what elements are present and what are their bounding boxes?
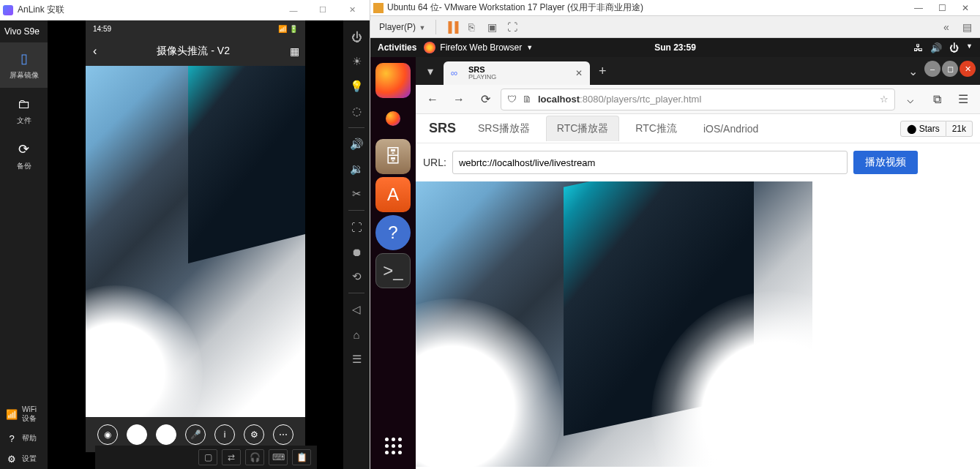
play-video-button[interactable]: 播放视频 xyxy=(853,151,918,174)
url-text: localhost:8080/players/rtc_player.html xyxy=(538,94,874,105)
close-button[interactable]: ✕ xyxy=(337,0,367,20)
tabs-dropdown-icon[interactable]: ⌄ xyxy=(902,61,923,81)
power-icon[interactable]: ⏻ xyxy=(949,42,959,53)
new-tab-button[interactable]: + xyxy=(593,64,613,79)
nav-back-button[interactable]: ← xyxy=(422,89,444,110)
dock-terminal[interactable]: >_ xyxy=(375,253,411,288)
github-stars-badge[interactable]: ⬤Stars 21k xyxy=(900,121,973,137)
dock-help[interactable]: ? xyxy=(375,215,411,250)
window-close-button[interactable]: ✕ xyxy=(960,61,976,77)
player-menu[interactable]: Player(P) ▼ xyxy=(375,20,430,34)
tab-srs[interactable]: ∞ SRS PLAYING ✕ xyxy=(444,61,590,85)
sidebar-toggle-button[interactable]: ▤ xyxy=(958,18,976,36)
sidebar-item-backup[interactable]: ⟳ 备份 xyxy=(0,133,48,179)
tab-srs-player[interactable]: SRS播放器 xyxy=(468,116,540,141)
fullscreen-button[interactable]: ⛶ xyxy=(504,18,521,36)
dock-software[interactable]: A xyxy=(375,177,411,212)
tip-icon[interactable]: 💡 xyxy=(346,76,367,97)
wifi-icon: 📶 xyxy=(6,409,18,421)
minimize-button[interactable]: — xyxy=(907,0,930,16)
maximize-button[interactable]: ☐ xyxy=(308,0,337,20)
phone-time: 14:59 xyxy=(93,25,111,33)
power-icon[interactable]: ⏻ xyxy=(346,26,367,47)
send-ctrl-alt-del-button[interactable]: ⎘ xyxy=(463,18,480,36)
unity-button[interactable]: ▣ xyxy=(483,18,501,36)
connection-button[interactable]: ⇄ xyxy=(222,449,241,465)
rotate-icon[interactable]: ⟲ xyxy=(346,266,367,287)
camera-toggle-button[interactable] xyxy=(127,424,147,445)
record-button[interactable]: ◉ xyxy=(97,424,118,445)
capture-button[interactable] xyxy=(156,424,176,445)
anlink-titlebar: AnLink 安联 — ☐ ✕ xyxy=(0,0,370,20)
dock-show-apps[interactable] xyxy=(375,428,411,463)
sidebar-item-help[interactable]: ? 帮助 xyxy=(0,428,48,449)
active-app-indicator[interactable]: Firefox Web Browser ▼ xyxy=(424,42,533,53)
maximize-button[interactable]: ☐ xyxy=(930,0,954,16)
lightbulb-off-icon[interactable]: ◌ xyxy=(346,101,367,121)
window-minimize-button[interactable]: – xyxy=(924,61,940,77)
nav-forward-button[interactable]: → xyxy=(448,89,470,110)
volume-icon[interactable]: 🔊 xyxy=(930,42,942,53)
srs-video-player[interactable] xyxy=(416,181,812,467)
hamburger-menu-icon[interactable]: ☰ xyxy=(952,89,974,110)
minimize-button[interactable]: — xyxy=(279,0,308,20)
brightness-icon[interactable]: ☀ xyxy=(346,51,367,72)
sidebar-item-mirror[interactable]: ▯ 屏幕镜像 xyxy=(0,42,48,88)
volume-up-icon[interactable]: 🔊 xyxy=(346,134,367,154)
phone-frame[interactable]: 14:59 📶 🔋 ‹ 摄像头推流 - V2 ▦ ◉ 🎤 xyxy=(86,20,305,452)
vmware-window: Ubuntu 64 位- VMware Workstation 17 Playe… xyxy=(370,0,980,469)
dock-firefox-2[interactable] xyxy=(375,101,411,136)
url-bar[interactable]: 🛡 🗎 localhost:8080/players/rtc_player.ht… xyxy=(501,89,895,110)
microphone-button[interactable]: 🎤 xyxy=(185,424,206,445)
srs-brand[interactable]: SRS xyxy=(423,121,462,136)
chevrons-icon[interactable]: « xyxy=(938,18,955,36)
window-maximize-button[interactable]: ◻ xyxy=(942,61,958,77)
settings-button[interactable]: ⚙ xyxy=(244,424,264,445)
more-button[interactable]: ⋯ xyxy=(273,424,293,445)
dock-firefox[interactable] xyxy=(375,63,411,98)
sidebar-item-settings[interactable]: ⚙ 设置 xyxy=(0,449,48,469)
activities-button[interactable]: Activities xyxy=(378,42,416,53)
anlink-bottom-toolbar: ▢ ⇄ 🎧 ⌨ 📋 xyxy=(95,446,317,469)
audio-button[interactable]: 🎧 xyxy=(245,449,264,465)
video-dark-region xyxy=(188,66,305,263)
github-icon: ⬤ xyxy=(907,124,916,134)
tab-rtc-push[interactable]: RTC推流 xyxy=(625,116,687,141)
pause-vm-button[interactable]: ▐▐ xyxy=(442,18,460,36)
sidebar-item-wifi[interactable]: 📶 WiFi设备 xyxy=(0,401,48,428)
device-label[interactable]: Vivo S9e xyxy=(0,20,48,42)
video-light-icon xyxy=(86,285,203,417)
crop-icon[interactable]: ⛶ xyxy=(346,217,367,237)
stream-url-input[interactable] xyxy=(452,151,848,174)
pocket-icon[interactable]: ⌵ xyxy=(899,89,921,110)
tab-rtc-player[interactable]: RTC播放器 xyxy=(546,116,620,141)
system-tray[interactable]: 🖧 🔊 ⏻ ▼ xyxy=(913,42,973,53)
nav-reload-button[interactable]: ⟳ xyxy=(474,89,496,110)
tab-ios-android[interactable]: iOS/Andriod xyxy=(693,117,768,140)
network-icon[interactable]: 🖧 xyxy=(913,42,923,53)
phone-camera-feed xyxy=(86,66,305,417)
qr-icon[interactable]: ▦ xyxy=(290,45,298,57)
dock-files[interactable]: 🗄 xyxy=(375,139,411,174)
keyboard-button[interactable]: ⌨ xyxy=(269,449,288,465)
site-info-icon[interactable]: 🗎 xyxy=(523,94,532,105)
volume-down-icon[interactable]: 🔉 xyxy=(346,159,367,179)
shield-icon[interactable]: 🛡 xyxy=(507,94,517,105)
info-button[interactable]: i xyxy=(214,424,235,445)
window-mode-button[interactable]: ▢ xyxy=(198,449,217,465)
bookmark-star-icon[interactable]: ☆ xyxy=(880,94,889,105)
sidebar-item-files[interactable]: 🗀 文件 xyxy=(0,88,48,133)
firefox-window: ▾ ∞ SRS PLAYING ✕ + ⌄ – ◻ ✕ xyxy=(416,57,980,469)
back-icon[interactable]: ‹ xyxy=(93,45,97,58)
tab-history-button[interactable]: ▾ xyxy=(420,61,441,81)
android-back-icon[interactable]: ◁ xyxy=(346,299,367,320)
clock[interactable]: Sun 23:59 xyxy=(654,42,696,53)
clipboard-button[interactable]: 📋 xyxy=(292,449,311,465)
tab-close-icon[interactable]: ✕ xyxy=(575,68,583,78)
extensions-icon[interactable]: ⧉ xyxy=(926,89,948,110)
record-icon[interactable]: ⏺ xyxy=(346,241,367,262)
android-recents-icon[interactable]: ☰ xyxy=(346,349,367,369)
screenshot-icon[interactable]: ✂ xyxy=(346,184,367,204)
android-home-icon[interactable]: ⌂ xyxy=(346,324,367,345)
close-button[interactable]: ✕ xyxy=(954,0,977,16)
